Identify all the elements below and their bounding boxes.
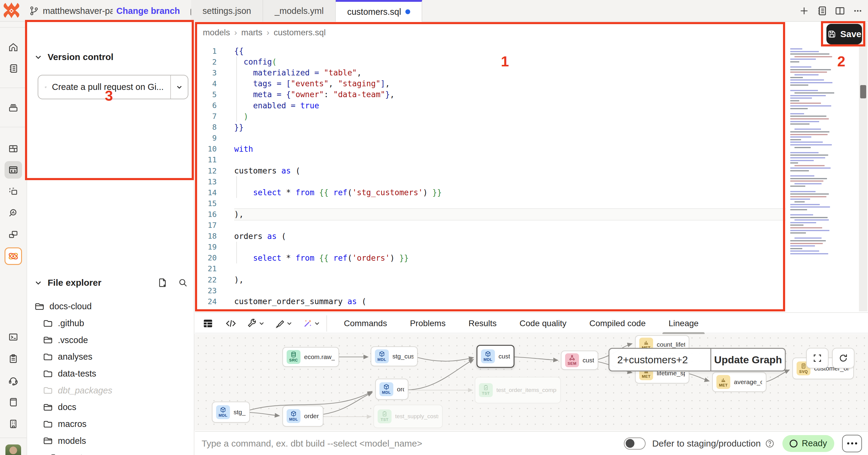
docs-book-icon[interactable] [4,394,22,411]
lineage-node-test_order_items_compute_to_bools_correctly[interactable]: TSTtest_order_items_compute_to_bools_cor… [475,377,561,403]
lineage-node-test_supply_costs_sum_correctly[interactable]: TSTtest_supply_costs_sum_correctly [373,405,443,428]
breadcrumb-item[interactable]: customers.sql [274,28,326,37]
file-tree-item-.github[interactable]: .github [27,315,194,332]
code-editor-icon[interactable] [4,161,22,179]
bottom-tab-commands[interactable]: Commands [342,314,389,333]
format-icon[interactable] [273,317,286,330]
new-file-icon[interactable] [157,278,167,288]
code-line-19[interactable]: 19 [195,242,786,253]
build-tools-icon[interactable] [246,317,258,330]
results-table-icon[interactable] [202,317,214,330]
refresh-button[interactable] [832,348,855,368]
split-pane-icon[interactable] [834,5,846,17]
file-tree-item-dbt_packages[interactable]: dbt_packages [27,382,194,399]
tab-_models.yml[interactable]: _models.yml [263,0,336,22]
lineage-node-stg_orders[interactable]: MDLstg_orders [212,402,250,423]
code-line-17[interactable]: 17 [195,220,786,231]
new-tab-plus-icon[interactable] [799,5,809,16]
lineage-node-customers[interactable]: MDLcustomers [476,345,515,368]
code-line-3[interactable]: 3 materialized = "table", [195,67,786,78]
lineage-node-ecom.raw_customers[interactable]: SRCecom.raw_customers [282,347,339,367]
code-line-22[interactable]: 22), [195,274,786,285]
file-tree-item-.vscode[interactable]: .vscode [27,332,194,348]
editor-minimap[interactable] [789,48,834,310]
lineage-node-orders[interactable]: MDLorders [375,379,408,400]
bottom-tab-compiled-code[interactable]: Compiled code [587,314,647,333]
search-icon[interactable] [178,278,188,288]
organization-icon[interactable] [4,415,22,433]
defer-toggle[interactable] [624,437,646,450]
frame-select-icon[interactable] [4,183,22,200]
lineage-selector-input[interactable]: 2+customers+2 [610,349,711,371]
create-pr-button[interactable]: Create a pull request on Gi... [38,75,188,99]
file-tree-item-docs[interactable]: docs [27,399,194,416]
ai-fix-caret-icon[interactable] [313,317,321,330]
layout-grid-icon[interactable] [4,140,22,158]
format-caret-icon[interactable] [285,317,293,330]
bottom-tab-lineage[interactable]: Lineage [667,314,701,333]
code-line-20[interactable]: 20 select * from {{ ref('orders') }} [195,253,786,263]
code-line-9[interactable]: 9 [195,133,786,144]
inbox-icon[interactable] [4,99,22,116]
bottom-tab-results[interactable]: Results [467,314,498,333]
tab-customers.sql[interactable]: customers.sql [336,0,422,22]
code-line-24[interactable]: 24customer_orders_summary as ( [195,296,786,307]
code-line-18[interactable]: 18orders as ( [195,231,786,242]
tab-settings.json[interactable]: settings.json [191,0,263,22]
code-lines[interactable]: 1{{2 config(3 materialized = "table",4 t… [195,46,786,307]
windows-icon[interactable] [4,226,22,243]
code-line-16[interactable]: 16), [195,209,786,220]
save-button[interactable]: Save [827,24,862,45]
pr-dropdown-caret[interactable] [171,76,188,99]
code-line-4[interactable]: 4 tags = ["events", "staging"], [195,78,786,89]
code-line-23[interactable]: 23 [195,285,786,296]
home-icon[interactable] [4,39,22,56]
clipboard-icon[interactable] [4,350,22,368]
file-tree-item-data-tests[interactable]: data-tests [27,365,194,382]
help-icon[interactable] [765,439,775,448]
file-tree-item-marts[interactable]: marts [27,449,194,455]
scrollbar-thumb[interactable] [860,85,866,98]
search-insights-icon[interactable] [4,205,22,222]
user-avatar[interactable] [4,444,22,455]
update-graph-button[interactable]: Update Graph [711,349,785,371]
notebook-panel-icon[interactable] [816,5,828,17]
file-tree-item-models[interactable]: models [27,433,194,450]
build-tools-caret-icon[interactable] [258,317,266,330]
code-line-21[interactable]: 21 [195,263,786,274]
code-line-15[interactable]: 15 [195,198,786,209]
file-tree-item-analyses[interactable]: analyses [27,348,194,365]
code-line-6[interactable]: 6 enabled = true [195,100,786,111]
file-tree-item-docs-cloud[interactable]: docs-cloud [27,298,194,315]
code-line-14[interactable]: 14 select * from {{ ref('stg_customers')… [195,187,786,198]
code-line-7[interactable]: 7 ) [195,111,786,122]
terminal-icon[interactable] [4,328,22,346]
lineage-node-stg_customers[interactable]: MDLstg_customers [371,346,418,366]
command-input[interactable]: Type a command, ex. dbt build --select <… [202,438,624,449]
version-control-header[interactable]: Version control [34,52,113,62]
lineage-node-order_items[interactable]: MDLorder_items [282,405,323,427]
lineage-graph[interactable]: SRCecom.raw_customersMDLstg_customersMDL… [194,334,868,431]
copilot-atom-icon[interactable] [4,248,22,265]
code-icon[interactable] [224,317,237,330]
file-explorer-header[interactable]: File explorer [34,278,101,288]
breadcrumb-item[interactable]: models [203,28,230,37]
change-branch-link[interactable]: Change branch [116,6,180,16]
lineage-node-average_order_value[interactable]: METaverage_order_value [712,372,767,392]
editor-scrollbar[interactable] [859,22,867,311]
command-more-button[interactable] [842,435,862,452]
more-options-icon[interactable] [852,5,863,16]
file-tree-item-macros[interactable]: macros [27,416,194,433]
code-line-12[interactable]: 12customers as ( [195,165,786,176]
code-line-11[interactable]: 11 [195,154,786,165]
notebook-icon[interactable] [4,60,22,77]
status-badge[interactable]: Ready [782,435,834,452]
code-line-8[interactable]: 8}} [195,122,786,133]
fullscreen-button[interactable] [806,348,829,368]
headset-icon[interactable] [4,372,22,389]
code-line-1[interactable]: 1{{ [195,46,786,56]
code-line-13[interactable]: 13 [195,176,786,187]
bottom-tab-code-quality[interactable]: Code quality [518,314,568,333]
bottom-tab-problems[interactable]: Problems [408,314,447,333]
breadcrumb-item[interactable]: marts [241,28,262,37]
